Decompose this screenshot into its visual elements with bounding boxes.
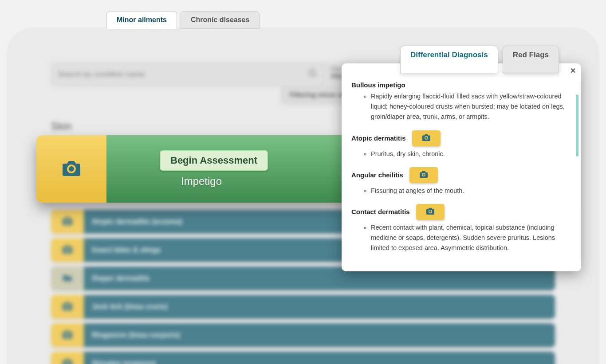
diagnosis-image-button[interactable]	[409, 167, 438, 183]
condition-label: Ringworm (tinea corporis)	[84, 323, 555, 347]
scrollbar-thumb[interactable]	[576, 94, 578, 157]
begin-assessment-button[interactable]: Begin Assessment	[160, 150, 268, 171]
active-condition-title: Impetigo	[181, 175, 222, 188]
close-icon[interactable]: ✕	[568, 66, 578, 75]
diagnosis-description: Pruritus, dry skin, chronic.	[371, 149, 571, 159]
diagnosis-description: Rapidly enlarging flaccid-fluid filled s…	[371, 91, 571, 122]
svg-point-0	[309, 70, 315, 75]
diagnosis-description: Fissuring at angles of the mouth.	[371, 186, 571, 196]
diagnosis-item: Angular cheilitisFissuring at angles of …	[351, 167, 571, 196]
camera-icon	[61, 358, 74, 364]
camera-icon	[61, 329, 74, 341]
diagnosis-description: Recent contact with plant, chemical, top…	[371, 223, 571, 254]
diagnosis-title: Bullous impetigo	[351, 81, 405, 89]
diagnosis-item: Bullous impetigoRapidly enlarging flacci…	[351, 81, 571, 122]
condition-row[interactable]: Jock itch (tinea cruris)	[51, 295, 555, 319]
tab-chronic-diseases[interactable]: Chronic diseases	[181, 11, 260, 29]
category-tabs: Minor ailments Chronic diseases	[106, 11, 260, 29]
diagnosis-title: Atopic dermatitis	[351, 134, 406, 142]
svg-line-1	[314, 74, 316, 77]
diagnosis-body: Bullous impetigoRapidly enlarging flacci…	[342, 81, 581, 271]
tab-minor-ailments[interactable]: Minor ailments	[106, 11, 177, 29]
camera-icon	[425, 207, 435, 217]
diagnosis-image-button[interactable]	[416, 204, 445, 220]
diagnosis-title: Angular cheilitis	[351, 171, 403, 179]
camera-icon	[61, 159, 82, 179]
diagnosis-image-button[interactable]	[412, 130, 441, 146]
search-icon	[308, 69, 318, 81]
row-icon-cell[interactable]	[51, 323, 84, 347]
search-box	[51, 63, 324, 86]
tab-differential-diagnosis[interactable]: Differential Diagnosis	[400, 46, 498, 73]
row-icon-cell[interactable]	[51, 266, 84, 290]
row-icon-cell[interactable]	[51, 238, 84, 262]
camera-icon	[61, 244, 74, 256]
row-icon-cell[interactable]	[51, 210, 84, 234]
diagnosis-tabs: Differential Diagnosis Red Flags	[400, 46, 559, 73]
diagnosis-title: Contact dermatitis	[351, 208, 410, 215]
folder-icon	[62, 273, 73, 284]
camera-icon	[421, 133, 431, 143]
active-card-icon-cell[interactable]	[36, 135, 106, 203]
row-icon-cell[interactable]	[51, 295, 84, 319]
camera-icon	[419, 170, 429, 180]
condition-label: Shingles treatment	[84, 352, 555, 364]
search-input[interactable]	[58, 70, 291, 79]
condition-row[interactable]: Shingles treatment	[51, 352, 555, 364]
diagnosis-item: Contact dermatitisRecent contact with pl…	[351, 204, 571, 254]
row-icon-cell[interactable]	[51, 352, 84, 364]
camera-icon	[61, 216, 74, 227]
condition-label: Jock itch (tinea cruris)	[84, 295, 555, 319]
camera-icon	[61, 301, 74, 313]
tab-red-flags[interactable]: Red Flags	[503, 46, 559, 73]
differential-diagnosis-popover: Differential Diagnosis Red Flags ✕ Bullo…	[342, 63, 581, 271]
diagnosis-item: Atopic dermatitisPruritus, dry skin, chr…	[351, 130, 571, 159]
condition-row[interactable]: Ringworm (tinea corporis)	[51, 323, 555, 347]
